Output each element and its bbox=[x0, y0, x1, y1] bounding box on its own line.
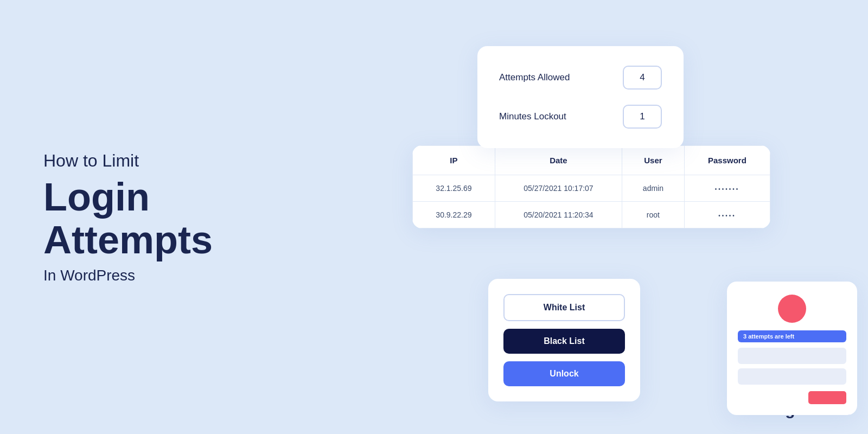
unlock-button[interactable]: Unlock bbox=[503, 361, 625, 386]
table-row: 32.1.25.69 05/27/2021 10:17:07 admin •••… bbox=[413, 175, 770, 202]
action-buttons-card: White List Black List Unlock bbox=[488, 279, 640, 401]
cell-user: root bbox=[622, 202, 684, 228]
login-form-card: 3 attempts are left bbox=[727, 282, 857, 415]
col-ip: IP bbox=[413, 146, 495, 175]
cell-date: 05/27/2021 10:17:07 bbox=[495, 175, 622, 202]
col-user: User bbox=[622, 146, 684, 175]
alert-circle-icon bbox=[778, 295, 806, 323]
hero-line2: Login Attempts bbox=[43, 176, 304, 261]
password-field[interactable] bbox=[738, 368, 846, 385]
attempts-allowed-value[interactable]: 4 bbox=[623, 66, 662, 90]
col-password: Password bbox=[684, 146, 770, 175]
hero-text-block: How to Limit Login Attempts In WordPress bbox=[43, 150, 304, 284]
cell-ip: 30.9.22.29 bbox=[413, 202, 495, 228]
minutes-lockout-label: Minutes Lockout bbox=[499, 111, 566, 122]
attempts-left-badge: 3 attempts are left bbox=[738, 330, 846, 342]
hero-line1: How to Limit bbox=[43, 150, 304, 173]
blacklist-button[interactable]: Black List bbox=[503, 329, 625, 354]
username-field[interactable] bbox=[738, 348, 846, 364]
ui-showcase: Attempts Allowed 4 Minutes Lockout 1 IP … bbox=[380, 0, 868, 434]
minutes-lockout-row: Minutes Lockout 1 bbox=[499, 105, 662, 129]
login-submit-button[interactable] bbox=[808, 391, 846, 404]
settings-card: Attempts Allowed 4 Minutes Lockout 1 bbox=[477, 46, 684, 148]
whitelist-button[interactable]: White List bbox=[503, 294, 625, 321]
hero-line3: In WordPress bbox=[43, 267, 304, 284]
cell-password: ••••• bbox=[684, 202, 770, 228]
table-row: 30.9.22.29 05/20/2021 11:20:34 root ••••… bbox=[413, 202, 770, 228]
cell-ip: 32.1.25.69 bbox=[413, 175, 495, 202]
cell-password: ••••••• bbox=[684, 175, 770, 202]
login-attempts-table-card: IP Date User Password 32.1.25.69 05/27/2… bbox=[412, 145, 770, 228]
cell-date: 05/20/2021 11:20:34 bbox=[495, 202, 622, 228]
col-date: Date bbox=[495, 146, 622, 175]
minutes-lockout-value[interactable]: 1 bbox=[623, 105, 662, 129]
attempts-allowed-row: Attempts Allowed 4 bbox=[499, 66, 662, 90]
cell-user: admin bbox=[622, 175, 684, 202]
attempts-allowed-label: Attempts Allowed bbox=[499, 72, 570, 83]
